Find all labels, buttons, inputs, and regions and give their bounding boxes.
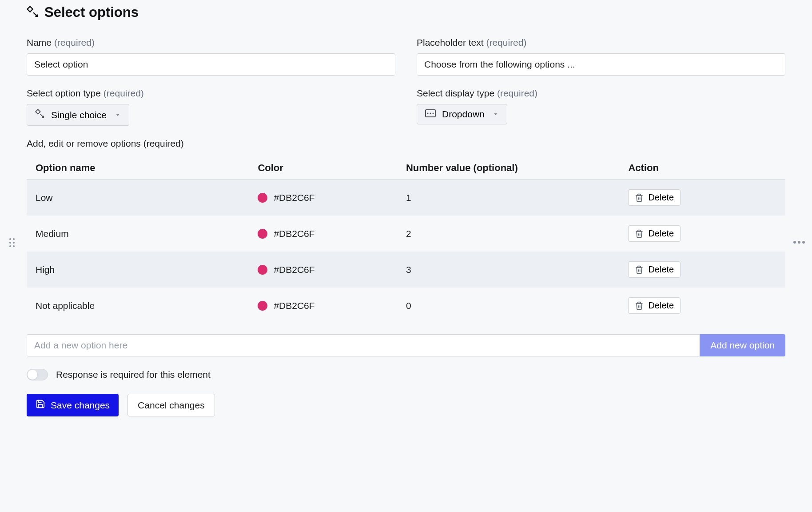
svg-rect-10 <box>36 109 40 114</box>
svg-point-6 <box>793 241 796 244</box>
options-table: Option name Color Number value (optional… <box>27 157 785 324</box>
option-number-cell[interactable]: 0 <box>406 300 628 311</box>
color-swatch-icon <box>258 301 267 311</box>
option-color-cell[interactable]: #DB2C6F <box>258 264 406 275</box>
option-name-cell[interactable]: Not applicable <box>36 300 258 311</box>
svg-point-13 <box>430 113 431 114</box>
color-swatch-icon <box>258 193 267 203</box>
col-header-number: Number value (optional) <box>406 162 628 174</box>
trash-icon <box>635 229 644 238</box>
placeholder-label: Placeholder text (required) <box>417 37 785 48</box>
svg-point-12 <box>427 113 429 114</box>
drag-handle-icon[interactable] <box>9 238 15 250</box>
svg-point-1 <box>13 238 15 240</box>
placeholder-input[interactable] <box>417 53 785 76</box>
option-type-label: Select option type (required) <box>27 88 395 99</box>
delete-button[interactable]: Delete <box>628 261 681 278</box>
add-option-button[interactable]: Add new option <box>700 334 785 356</box>
col-header-name: Option name <box>36 162 258 174</box>
option-color-cell[interactable]: #DB2C6F <box>258 228 406 239</box>
option-name-cell[interactable]: High <box>36 264 258 275</box>
delete-button[interactable]: Delete <box>628 297 681 314</box>
options-section-label: Add, edit or remove options (required) <box>27 138 785 149</box>
option-type-select[interactable]: Single choice <box>27 104 129 126</box>
table-row: Low#DB2C6F1Delete <box>27 180 785 216</box>
color-swatch-icon <box>258 265 267 275</box>
name-input[interactable] <box>27 53 395 76</box>
page-title: Select options <box>44 4 139 20</box>
table-row: Not applicable#DB2C6F0Delete <box>27 288 785 324</box>
name-label: Name (required) <box>27 37 395 48</box>
trash-icon <box>635 301 644 310</box>
color-swatch-icon <box>258 229 267 239</box>
option-color-cell[interactable]: #DB2C6F <box>258 192 406 203</box>
svg-point-8 <box>802 241 805 244</box>
delete-button[interactable]: Delete <box>628 189 681 206</box>
option-name-cell[interactable]: Medium <box>36 228 258 239</box>
option-number-cell[interactable]: 1 <box>406 192 628 203</box>
more-options-icon[interactable] <box>793 236 805 246</box>
option-name-cell[interactable]: Low <box>36 192 258 203</box>
required-toggle[interactable] <box>27 369 48 380</box>
col-header-color: Color <box>258 162 406 174</box>
chevron-down-icon <box>115 112 121 118</box>
svg-point-14 <box>433 113 434 114</box>
svg-point-2 <box>9 242 11 244</box>
save-icon <box>36 399 45 411</box>
delete-button[interactable]: Delete <box>628 225 681 242</box>
svg-rect-9 <box>27 6 32 12</box>
col-header-action: Action <box>628 162 776 174</box>
display-type-select[interactable]: Dropdown <box>417 104 507 124</box>
svg-point-3 <box>13 242 15 244</box>
select-options-icon <box>27 6 38 20</box>
svg-point-7 <box>798 241 800 244</box>
option-color-cell[interactable]: #DB2C6F <box>258 300 406 311</box>
svg-point-4 <box>9 245 11 247</box>
table-row: High#DB2C6F3Delete <box>27 252 785 288</box>
chevron-down-icon <box>493 111 499 117</box>
svg-point-0 <box>9 238 11 240</box>
table-row: Medium#DB2C6F2Delete <box>27 216 785 252</box>
svg-point-5 <box>13 245 15 247</box>
cancel-button[interactable]: Cancel changes <box>127 394 215 416</box>
trash-icon <box>635 265 644 274</box>
add-option-input[interactable] <box>27 334 700 356</box>
required-toggle-label: Response is required for this element <box>56 369 211 380</box>
option-number-cell[interactable]: 2 <box>406 228 628 239</box>
save-button[interactable]: Save changes <box>27 394 119 416</box>
dropdown-icon <box>425 109 436 120</box>
option-number-cell[interactable]: 3 <box>406 264 628 275</box>
trash-icon <box>635 193 644 202</box>
single-choice-icon <box>35 109 45 121</box>
display-type-label: Select display type (required) <box>417 88 785 99</box>
